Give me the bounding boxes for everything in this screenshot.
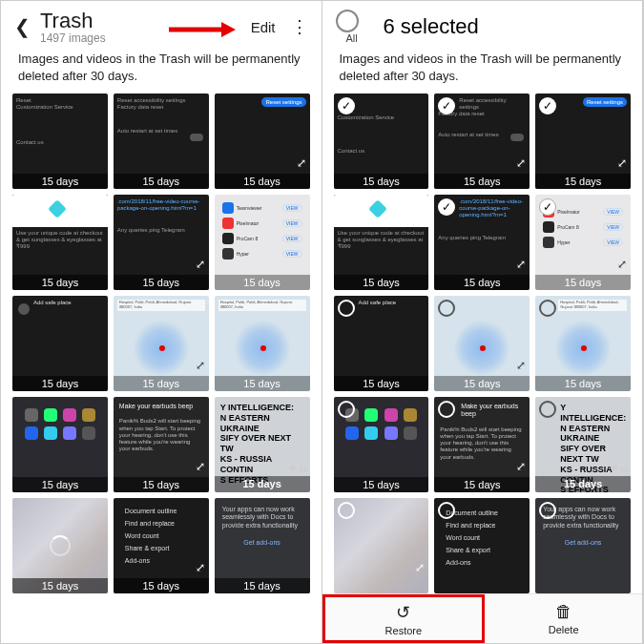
notice-text: Images and videos in the Trash will be p…	[322, 47, 643, 93]
expand-icon: ⤢	[617, 156, 627, 170]
thumbnail[interactable]: ✓ Reset settings ⤢ 15 days	[535, 93, 631, 189]
view-header: ❮ Trash 1497 images Edit ⋮	[1, 1, 322, 47]
thumbnail[interactable]: Y INTELLIGENCE: N EASTERN UKRAINE SIFY O…	[215, 397, 310, 492]
image-count: 1497 images	[40, 31, 251, 45]
expand-icon: ⤢	[196, 460, 205, 473]
expand-icon: ⤢	[196, 359, 205, 372]
toggle-icon	[510, 134, 524, 141]
thumbnail[interactable]: 15 days	[12, 397, 108, 492]
thumbnail[interactable]: ⤢	[334, 498, 429, 593]
thumbnail[interactable]: Hospital, Paldi, Paldi, Ahmedabad, Gujar…	[215, 296, 310, 391]
thumbnail[interactable]: Your apps can now work seamlessly with D…	[535, 498, 631, 593]
select-header: All 6 selected	[322, 1, 643, 47]
thumbnail-grid: Reset Customization Service Contact us 1…	[1, 93, 322, 643]
thumbnail[interactable]: 15 days	[334, 397, 429, 492]
reset-settings-button: Reset settings	[583, 97, 627, 107]
thumbnail[interactable]: Document outline Find and replace Word c…	[114, 498, 209, 593]
expand-icon: ⤢	[516, 359, 526, 372]
thumbnail[interactable]: ⤢ 15 days	[434, 296, 530, 391]
check-circle-icon	[539, 300, 556, 317]
restore-button[interactable]: ↺ Restore	[322, 594, 486, 643]
check-icon: ✓	[539, 97, 556, 114]
thumbnail[interactable]: .com/2018/11/free-video-course-package-o…	[114, 195, 209, 290]
check-circle-icon	[338, 401, 355, 418]
select-all-button[interactable]: All	[336, 10, 368, 44]
eye-icon: 👁 12	[611, 465, 629, 474]
notice-text: Images and videos in the Trash will be p…	[1, 47, 322, 93]
thumbnail[interactable]: Reset Customization Service Contact us 1…	[12, 93, 108, 189]
thumbnail[interactable]: ✓ .com/2018/11/free-video-course-package…	[434, 195, 530, 290]
thumbnail[interactable]: Y INTELLIGENCE: N EASTERN UKRAINE SIFY O…	[535, 397, 631, 492]
thumbnail[interactable]: ✓ Use your unique code at checkout & get…	[334, 195, 429, 290]
delete-button[interactable]: 🗑 Delete	[485, 594, 642, 643]
thumbnail[interactable]: 15 days	[12, 498, 108, 593]
thumbnail-grid: ✓ Customization Service Contact us 15 da…	[322, 93, 643, 593]
thumbnail[interactable]: Make your earbuds beep Panik% Buds2 will…	[114, 397, 209, 492]
expand-icon: ⤢	[196, 258, 205, 271]
thumbnail[interactable]: Make your earbuds beep Panik% Buds2 will…	[434, 397, 530, 492]
eye-icon: 👁 12	[289, 465, 307, 474]
expand-icon: ⤢	[617, 258, 627, 271]
thumbnail[interactable]: Your apps can now work seamlessly with D…	[215, 498, 310, 593]
thumbnail[interactable]: Add safe place 15 days	[12, 296, 108, 391]
title-block: Trash 1497 images	[40, 9, 251, 45]
edit-button[interactable]: Edit	[251, 19, 276, 35]
thumbnail[interactable]: Hospital, Paldi, Paldi, Ahmedabad, Gujar…	[535, 296, 631, 391]
page-title: Trash	[40, 9, 251, 33]
kebab-menu-icon[interactable]: ⋮	[291, 16, 308, 37]
check-circle-icon	[539, 401, 556, 418]
view-mode-panel: ❮ Trash 1497 images Edit ⋮ Images and vi…	[1, 1, 322, 643]
expand-icon: ⤢	[516, 156, 526, 170]
expand-icon: ⤢	[297, 156, 306, 170]
restore-icon: ↺	[396, 602, 410, 623]
check-circle-icon	[438, 300, 455, 317]
thumbnail[interactable]: Add safe place 15 days	[334, 296, 429, 391]
check-circle-icon	[338, 502, 355, 519]
check-circle-icon	[338, 300, 355, 317]
selection-count: 6 selected	[384, 14, 479, 39]
thumbnail[interactable]: ✓ PixelmatorVIEW ProCam 8VIEW HyperVIEW …	[535, 195, 631, 290]
thumbnail[interactable]: ✓ Customization Service Contact us 15 da…	[334, 93, 429, 189]
check-icon: ✓	[338, 97, 355, 114]
select-mode-panel: All 6 selected Images and videos in the …	[322, 1, 644, 643]
thumbnail[interactable]: Document outline Find and replace Word c…	[434, 498, 530, 593]
reset-settings-button: Reset settings	[261, 97, 305, 107]
thumbnail[interactable]: Hospital, Paldi, Paldi, Ahmedabad, Gujar…	[114, 296, 209, 391]
expand-icon: ⤢	[516, 258, 526, 271]
expand-icon: ⤢	[516, 460, 526, 473]
thumbnail[interactable]: TeamviewerVIEW PixelmatorVIEW ProCam 8VI…	[215, 195, 310, 290]
trash-icon: 🗑	[555, 602, 572, 622]
bottom-action-bar: ↺ Restore 🗑 Delete	[322, 593, 643, 643]
thumbnail[interactable]: Reset settings ⤢ 15 days	[215, 93, 310, 189]
check-circle-icon	[438, 401, 455, 418]
check-icon: ✓	[438, 198, 455, 216]
back-icon[interactable]: ❮	[14, 15, 31, 38]
thumbnail[interactable]: ✓ Reset accessibility settings Factory d…	[434, 93, 530, 189]
toggle-icon	[190, 134, 203, 141]
select-all-circle-icon	[336, 10, 359, 32]
loading-spinner-icon	[50, 535, 71, 556]
thumbnail[interactable]: Use your unique code at checkout & get s…	[12, 195, 108, 290]
expand-icon: ⤢	[415, 561, 425, 574]
thumbnail[interactable]: Reset accessibility settings Factory dat…	[114, 93, 209, 189]
